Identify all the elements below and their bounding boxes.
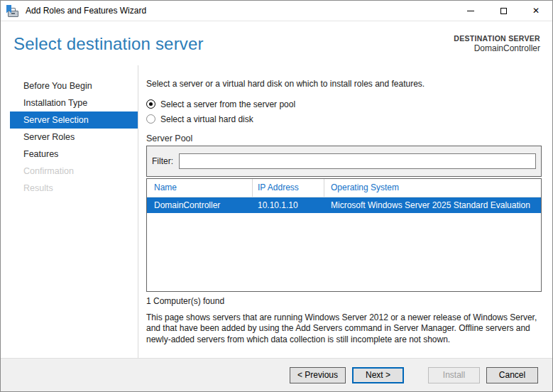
column-header-operating-system[interactable]: Operating System: [324, 179, 541, 197]
cancel-button[interactable]: Cancel: [486, 367, 538, 383]
filter-input[interactable]: [179, 153, 536, 169]
radio-vhd-label: Select a virtual hard disk: [160, 114, 253, 124]
sidebar-item-before-you-begin[interactable]: Before You Begin: [10, 77, 138, 94]
cell-name: DomainController: [147, 197, 253, 213]
minimize-icon: [467, 11, 474, 11]
maximize-button[interactable]: [487, 1, 520, 21]
page-title: Select destination server: [13, 34, 204, 54]
server-pool-table: Name IP Address Operating System DomainC…: [146, 178, 542, 292]
minimize-button[interactable]: [454, 1, 487, 21]
destination-server-label: DESTINATION SERVER: [454, 34, 540, 43]
wizard-body: Before You Begin Installation Type Serve…: [1, 65, 552, 359]
sidebar-item-installation-type[interactable]: Installation Type: [10, 94, 138, 111]
previous-button[interactable]: < Previous: [290, 367, 346, 383]
wizard-footer: < Previous Next > Install Cancel: [1, 358, 552, 391]
page-description: This page shows servers that are running…: [146, 312, 542, 345]
column-header-ip-address[interactable]: IP Address: [253, 179, 324, 197]
table-header-row: Name IP Address Operating System: [147, 179, 541, 197]
radio-server-pool-label: Select a server from the server pool: [160, 99, 295, 109]
radio-selected-icon: [146, 99, 155, 109]
close-icon: ✕: [532, 6, 540, 15]
wizard-steps-sidebar: Before You Begin Installation Type Serve…: [1, 65, 138, 359]
page-header: Select destination server DESTINATION SE…: [1, 21, 552, 65]
cell-ip-address: 10.10.1.10: [253, 197, 324, 213]
window-controls: ✕: [454, 1, 552, 21]
computers-found-text: 1 Computer(s) found: [146, 296, 542, 306]
sidebar-item-features[interactable]: Features: [10, 146, 138, 163]
next-button[interactable]: Next >: [352, 367, 404, 383]
filter-label: Filter:: [152, 156, 173, 166]
cell-operating-system: Microsoft Windows Server 2025 Standard E…: [324, 197, 541, 213]
maximize-icon: [500, 8, 507, 14]
install-button: Install: [428, 367, 480, 383]
close-button[interactable]: ✕: [520, 1, 552, 21]
server-manager-icon: [6, 5, 19, 17]
server-pool-label: Server Pool: [146, 134, 542, 143]
radio-unselected-icon: [146, 114, 155, 124]
destination-server-value: DomainController: [454, 43, 540, 53]
radio-select-server-pool[interactable]: Select a server from the server pool: [146, 97, 542, 111]
main-content: Select a server or a virtual hard disk o…: [138, 65, 552, 359]
table-row-domaincontroller[interactable]: DomainController 10.10.1.10 Microsoft Wi…: [147, 197, 541, 213]
sidebar-item-confirmation: Confirmation: [10, 163, 138, 180]
sidebar-item-results: Results: [10, 180, 138, 197]
filter-box: Filter:: [146, 146, 542, 177]
wizard-window: Add Roles and Features Wizard ✕ Select d…: [0, 0, 553, 392]
titlebar: Add Roles and Features Wizard ✕: [1, 1, 552, 21]
sidebar-item-server-roles[interactable]: Server Roles: [10, 129, 138, 146]
destination-server-block: DESTINATION SERVER DomainController: [454, 34, 540, 53]
radio-select-virtual-hard-disk[interactable]: Select a virtual hard disk: [146, 111, 542, 126]
sidebar-item-server-selection[interactable]: Server Selection: [10, 111, 138, 129]
window-title: Add Roles and Features Wizard: [26, 6, 146, 16]
destination-radio-group: Select a server from the server pool Sel…: [146, 97, 542, 126]
column-header-name[interactable]: Name: [147, 179, 253, 197]
intro-text: Select a server or a virtual hard disk o…: [146, 79, 542, 89]
